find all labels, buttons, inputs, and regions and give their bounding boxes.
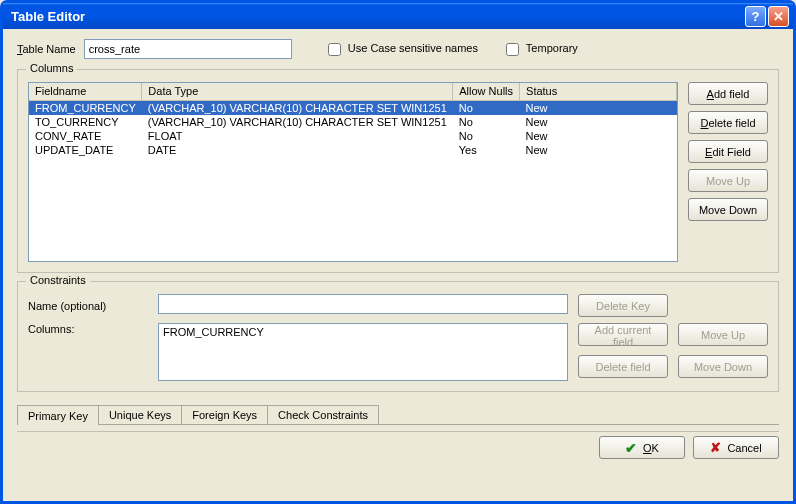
add-current-field-button: Add current field	[578, 323, 668, 346]
constraint-moveup-button: Move Up	[678, 323, 768, 346]
move-down-button[interactable]: Move Down	[688, 198, 768, 221]
cell-fieldname: TO_CURRENCY	[29, 115, 142, 129]
table-name-input[interactable]	[84, 39, 292, 59]
tab-primary-key[interactable]: Primary Key	[17, 405, 99, 425]
help-button[interactable]: ?	[745, 6, 766, 27]
table-row[interactable]: UPDATE_DATEDATEYesNew	[29, 143, 677, 157]
bottom-bar: ✔ OK ✘ Cancel	[17, 431, 779, 459]
constraint-columns-label: Columns:	[28, 323, 148, 335]
cell-allow_nulls: No	[453, 129, 520, 143]
tab-foreign-keys[interactable]: Foreign Keys	[181, 405, 268, 424]
cell-datatype: DATE	[142, 143, 453, 157]
table-name-label: Table Name	[17, 43, 76, 55]
edit-field-button[interactable]: Edit Field	[688, 140, 768, 163]
constraint-columns-input[interactable]: FROM_CURRENCY	[158, 323, 568, 381]
use-case-label: Use Case sensitive names	[348, 42, 478, 54]
window-title: Table Editor	[11, 9, 743, 24]
table-row[interactable]: TO_CURRENCY(VARCHAR_10) VARCHAR(10) CHAR…	[29, 115, 677, 129]
ok-button[interactable]: ✔ OK	[599, 436, 685, 459]
col-header-fieldname[interactable]: Fieldname	[29, 83, 142, 100]
tab-unique-keys[interactable]: Unique Keys	[98, 405, 182, 424]
table-row[interactable]: FROM_CURRENCY(VARCHAR_10) VARCHAR(10) CH…	[29, 100, 677, 115]
top-row: Table Name Use Case sensitive names Temp…	[17, 39, 779, 59]
columns-buttons: Add field Delete field Edit Field Move U…	[688, 82, 768, 262]
cell-allow_nulls: Yes	[453, 143, 520, 157]
cell-datatype: FLOAT	[142, 129, 453, 143]
cell-datatype: (VARCHAR_10) VARCHAR(10) CHARACTER SET W…	[142, 100, 453, 115]
temporary-label: Temporary	[526, 42, 578, 54]
tab-check-constraints[interactable]: Check Constraints	[267, 405, 379, 424]
columns-grid[interactable]: Fieldname Data Type Allow Nulls Status F…	[28, 82, 678, 262]
content-area: Table Name Use Case sensitive names Temp…	[3, 29, 793, 501]
delete-key-button: Delete Key	[578, 294, 668, 317]
cell-allow_nulls: No	[453, 100, 520, 115]
constraints-legend: Constraints	[26, 274, 90, 286]
constraint-tabs: Primary KeyUnique KeysForeign KeysCheck …	[17, 404, 779, 425]
cell-fieldname: FROM_CURRENCY	[29, 100, 142, 115]
delete-field-button[interactable]: Delete field	[688, 111, 768, 134]
cell-datatype: (VARCHAR_10) VARCHAR(10) CHARACTER SET W…	[142, 115, 453, 129]
col-header-datatype[interactable]: Data Type	[142, 83, 453, 100]
temporary-checkbox[interactable]	[506, 43, 519, 56]
temporary-checkbox-wrap[interactable]: Temporary	[506, 42, 578, 56]
col-header-allownulls[interactable]: Allow Nulls	[453, 83, 520, 100]
add-field-button[interactable]: Add field	[688, 82, 768, 105]
close-icon: ✕	[773, 9, 784, 24]
cell-status: New	[520, 143, 677, 157]
constraints-group: Constraints Name (optional) Delete Key C…	[17, 281, 779, 392]
columns-legend: Columns	[26, 62, 77, 74]
use-case-checkbox-wrap[interactable]: Use Case sensitive names	[328, 42, 478, 56]
col-header-status[interactable]: Status	[520, 83, 677, 100]
ok-label: OK	[643, 442, 659, 454]
cell-allow_nulls: No	[453, 115, 520, 129]
window-frame: Table Editor ? ✕ Table Name Use Case sen…	[0, 0, 796, 504]
close-button[interactable]: ✕	[768, 6, 789, 27]
cell-fieldname: UPDATE_DATE	[29, 143, 142, 157]
cell-status: New	[520, 129, 677, 143]
move-up-button: Move Up	[688, 169, 768, 192]
use-case-checkbox[interactable]	[328, 43, 341, 56]
constraint-name-label: Name (optional)	[28, 300, 148, 312]
cancel-label: Cancel	[727, 442, 761, 454]
columns-group: Columns Fieldname Data Type Allow Nulls …	[17, 69, 779, 273]
cell-status: New	[520, 100, 677, 115]
cancel-button[interactable]: ✘ Cancel	[693, 436, 779, 459]
check-icon: ✔	[625, 440, 637, 456]
cell-fieldname: CONV_RATE	[29, 129, 142, 143]
constraint-movedown-button: Move Down	[678, 355, 768, 378]
table-row[interactable]: CONV_RATEFLOATNoNew	[29, 129, 677, 143]
titlebar: Table Editor ? ✕	[3, 3, 793, 29]
x-icon: ✘	[710, 440, 721, 455]
constraint-name-input[interactable]	[158, 294, 568, 314]
cell-status: New	[520, 115, 677, 129]
constraint-delete-field-button: Delete field	[578, 355, 668, 378]
